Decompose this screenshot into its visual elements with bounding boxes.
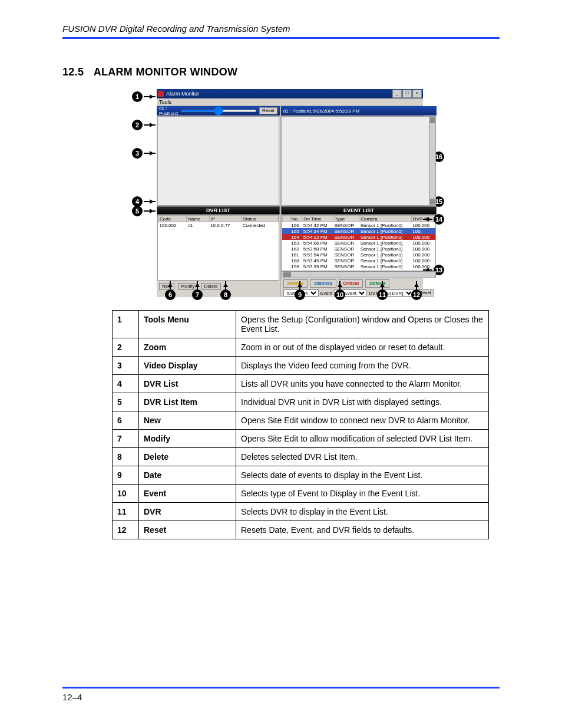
- cell: Sensor 1 [Position1]: [359, 263, 412, 269]
- tools-menu[interactable]: Tools: [159, 99, 171, 105]
- cell: 5:53:58 PM: [302, 246, 333, 252]
- col-status[interactable]: Status: [242, 216, 278, 222]
- cell: [282, 258, 290, 263]
- event-row[interactable]: 1605:53:45 PMSENSORSensor 1 [Position1]1…: [282, 258, 435, 263]
- col-camera[interactable]: Camera: [359, 216, 412, 222]
- cell: 161: [290, 252, 302, 258]
- cell: Sensor 1 [Position1]: [359, 222, 412, 229]
- item-desc: Selects DVR to display in the Event List…: [236, 503, 489, 521]
- table-row: 9DateSelects date of events to display i…: [113, 466, 489, 485]
- event-row[interactable]: 1645:54:12 PMSENSORSensor 1 [Position1]1…: [282, 234, 435, 240]
- item-number: 8: [113, 448, 139, 466]
- callout-10: 10: [335, 289, 345, 300]
- cell: Sensor 1 [Position1]: [359, 258, 412, 263]
- minimize-icon[interactable]: _: [392, 90, 402, 98]
- maximize-icon[interactable]: □: [402, 90, 412, 98]
- item-desc: Opens Site Edit to allow modification of…: [236, 430, 489, 448]
- left-pane: d1 : Position1 Reset DVR LIST Code Name …: [157, 106, 280, 297]
- cell: Sensor 1 [Position1]: [359, 246, 412, 252]
- footer: 12–4: [62, 687, 500, 702]
- event-label: Event: [320, 291, 332, 296]
- footer-rule: [62, 687, 500, 689]
- section-heading: 12.5 ALARM MONITOR WINDOW: [62, 66, 500, 78]
- review-button[interactable]: Review: [283, 279, 308, 288]
- col-name[interactable]: Name: [187, 216, 210, 222]
- cell: d1: [187, 222, 210, 229]
- item-number: 1: [113, 311, 139, 338]
- header-rule: [62, 37, 500, 39]
- critical-button[interactable]: Critical: [339, 279, 363, 288]
- col-code[interactable]: Code: [158, 216, 187, 222]
- dvr-list-item[interactable]: 100.000 d1 10.0.0.77 Connected: [158, 222, 279, 229]
- scrollbar-vertical[interactable]: [429, 117, 435, 205]
- callout-11: 11: [377, 289, 388, 300]
- zoom-slider[interactable]: [181, 110, 257, 112]
- cell: 100.000: [411, 258, 435, 263]
- video-display[interactable]: [157, 116, 279, 206]
- cell: Connected: [242, 222, 278, 229]
- dvr-list[interactable]: Code Name IP Status 100.000 d1 10.0.0.77…: [157, 215, 279, 281]
- default-button[interactable]: Default: [365, 279, 389, 288]
- callout-arrow: [225, 281, 226, 289]
- cell: [282, 263, 290, 269]
- event-row[interactable]: 1635:54:06 PMSENSORSensor 1 [Position1]1…: [282, 240, 435, 246]
- item-desc: Selects type of Event to Display in the …: [236, 485, 489, 503]
- callout-arrow: [423, 269, 432, 271]
- cell: SENSOR: [333, 228, 359, 234]
- callout-arrow: [416, 281, 417, 289]
- cell: Sensor 1 [Position1]: [359, 252, 412, 258]
- section-title: ALARM MONITOR WINDOW: [94, 66, 238, 78]
- callout-5: 5: [132, 206, 143, 216]
- item-number: 12: [113, 521, 139, 539]
- cell: 100.000: [411, 246, 435, 252]
- zoom-bar: d1 : Position1 Reset: [157, 106, 280, 116]
- item-number: 6: [113, 411, 139, 430]
- cell: 162: [290, 246, 302, 252]
- event-row[interactable]: 1625:53:58 PMSENSORSensor 1 [Position1]1…: [282, 246, 435, 252]
- cell: 5:54:42 PM: [302, 222, 333, 229]
- item-term: Event: [139, 485, 236, 503]
- dismiss-button[interactable]: Dismiss: [310, 279, 336, 288]
- event-row[interactable]: 1665:54:42 PMSENSORSensor 1 [Position1]1…: [282, 222, 435, 229]
- cell: 100.000: [411, 234, 435, 240]
- event-list[interactable]: No. On Time Type Camera DVR Co 1665:54:4…: [282, 215, 436, 271]
- col-ontime[interactable]: On Time: [302, 216, 333, 222]
- item-desc: Lists all DVR units you have connected t…: [236, 375, 489, 393]
- event-row[interactable]: 1655:54:34 PMSENSORSensor 1 [Position1]1…: [282, 228, 435, 234]
- zoom-reset-button[interactable]: Reset: [259, 107, 277, 114]
- cell: 164: [290, 234, 302, 240]
- delete-button[interactable]: Delete: [201, 283, 221, 290]
- right-pane: d1 : Position1 5/26/2004 5:53:38 PM EVEN…: [280, 106, 437, 297]
- cell: 10.0.0.77: [209, 222, 242, 229]
- table-row: 3Video DisplayDisplays the Video feed co…: [113, 357, 489, 375]
- col-no[interactable]: No.: [290, 216, 302, 222]
- cell: [282, 222, 290, 229]
- scrollbar-horizontal[interactable]: [282, 271, 436, 278]
- col-type[interactable]: Type: [333, 216, 359, 222]
- item-desc: Opens the Setup (Configuration) window a…: [236, 311, 489, 338]
- video-thumbnail-area[interactable]: [282, 116, 436, 206]
- col-blank: [282, 216, 290, 222]
- window-title: Alarm Monitor: [166, 91, 199, 97]
- cell: 100.: [411, 228, 435, 234]
- cell: Sensor 1 [Position1]: [359, 234, 412, 240]
- cell: 165: [290, 228, 302, 234]
- table-row: 7ModifyOpens Site Edit to allow modifica…: [113, 430, 489, 448]
- item-desc: Resets Date, Event, and DVR fields to de…: [236, 521, 489, 539]
- close-icon[interactable]: ×: [412, 90, 422, 98]
- cell: SENSOR: [333, 252, 359, 258]
- zoom-label: d1 : Position1: [159, 106, 178, 116]
- figure: 1 2 3 4 5 16 15 14 13 6 7 8 9 10 11 12: [132, 89, 462, 297]
- event-row[interactable]: 1615:53:54 PMSENSORSensor 1 [Position1]1…: [282, 252, 435, 258]
- event-row[interactable]: 1595:53:39 PMSENSORSensor 1 [Position1]1…: [282, 263, 435, 269]
- title-bar[interactable]: Alarm Monitor _ □ ×: [157, 89, 423, 98]
- table-row: 10EventSelects type of Event to Display …: [113, 485, 489, 503]
- cell: SENSOR: [333, 246, 359, 252]
- callout-1: 1: [132, 91, 143, 102]
- running-header: FUSION DVR Digital Recording and Transmi…: [62, 24, 500, 34]
- callout-arrow: [382, 281, 383, 289]
- dvr-list-header: DVR LIST: [157, 206, 280, 215]
- table-row: 2ZoomZoom in or out of the displayed vid…: [113, 338, 489, 357]
- col-ip[interactable]: IP: [209, 216, 242, 222]
- cell: 5:54:06 PM: [302, 240, 333, 246]
